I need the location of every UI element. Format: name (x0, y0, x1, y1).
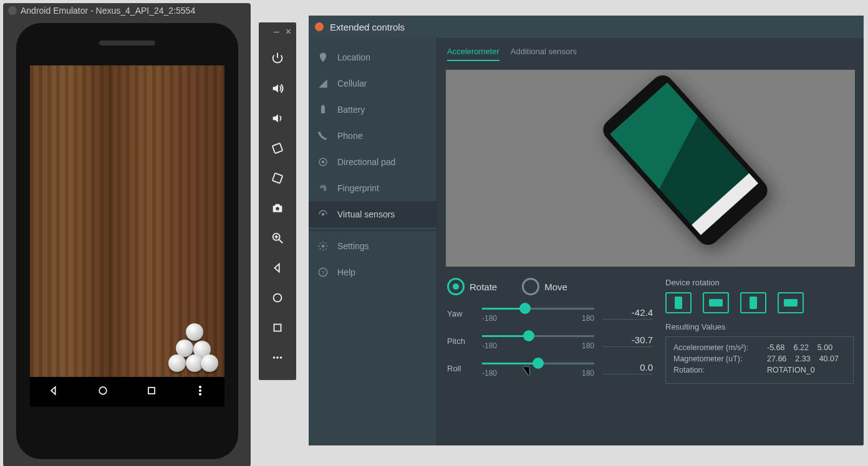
svg-rect-17 (321, 106, 325, 113)
svg-point-22 (322, 245, 325, 248)
help-icon: ? (317, 267, 329, 278)
rotation-portrait-button[interactable] (665, 292, 692, 313)
tab-additional-sensors[interactable]: Additional sensors (511, 47, 577, 61)
android-navbar (30, 377, 224, 407)
minimize-button[interactable]: – (274, 26, 279, 37)
device-speaker (99, 40, 155, 45)
overview-icon[interactable] (259, 313, 296, 343)
sidebar-item-settings[interactable]: Settings (309, 233, 436, 259)
ball (201, 354, 218, 372)
device-screen[interactable] (30, 65, 224, 407)
sidebar-item-dpad[interactable]: Directional pad (309, 149, 436, 175)
accel-y: 6.22 (794, 343, 809, 352)
ext-tabs: Accelerometer Additional sensors (437, 38, 864, 66)
sidebar-item-label: Virtual sensors (337, 209, 395, 219)
nav-back-icon[interactable] (48, 384, 60, 399)
ball (186, 323, 203, 341)
pitch-value[interactable]: -30.7 (603, 335, 653, 347)
yaw-min: -180 (482, 314, 497, 323)
rotation-landscape-left-button[interactable] (703, 292, 729, 313)
sidebar-item-fingerprint[interactable]: Fingerprint (309, 175, 436, 201)
mode-rotate[interactable]: Rotate (447, 278, 497, 295)
volume-up-icon[interactable] (259, 74, 296, 103)
nav-menu-icon[interactable] (194, 384, 206, 399)
dpad-icon (317, 156, 329, 168)
zoom-icon[interactable] (259, 223, 296, 253)
accel-label: Accelerometer (m/s²): (673, 343, 761, 352)
sidebar-item-label: Directional pad (337, 157, 395, 167)
pitch-slider[interactable]: -180 180 (482, 330, 594, 351)
sidebar-item-help[interactable]: ? Help (309, 259, 436, 285)
rotation-value: ROTATION_0 (767, 366, 815, 374)
more-icon[interactable] (259, 343, 296, 373)
device-3d-preview[interactable] (446, 70, 855, 267)
rotation-portrait-reverse-button[interactable] (740, 292, 766, 313)
device-frame (16, 23, 238, 459)
sidebar-item-battery[interactable]: Battery (309, 97, 436, 123)
rotate-left-icon[interactable] (259, 133, 296, 163)
svg-point-16 (280, 356, 282, 359)
rotate-right-icon[interactable] (259, 163, 296, 193)
yaw-label: Yaw (447, 309, 473, 318)
home-icon[interactable] (259, 283, 296, 313)
accel-z: 5.00 (817, 343, 832, 352)
yaw-value[interactable]: -42.4 (603, 307, 653, 320)
svg-point-14 (273, 356, 276, 359)
rotation-landscape-right-button[interactable] (778, 292, 804, 313)
sensors-icon (317, 209, 329, 220)
sidebar-item-label: Phone (337, 131, 362, 141)
svg-point-4 (199, 394, 201, 396)
svg-rect-6 (272, 173, 282, 183)
nav-recent-icon[interactable] (145, 384, 158, 399)
close-button[interactable]: × (286, 26, 291, 37)
emulator-title: Android Emulator - Nexus_4_API_24_2:5554 (21, 3, 195, 18)
close-icon[interactable] (315, 22, 324, 31)
tab-accelerometer[interactable]: Accelerometer (447, 47, 499, 61)
sidebar-item-label: Cellular (337, 78, 367, 88)
mag-z: 40.07 (819, 354, 839, 363)
volume-down-icon[interactable] (259, 103, 296, 133)
mode-selector: Rotate Move (447, 278, 653, 295)
svg-point-2 (199, 386, 201, 388)
sidebar-item-phone[interactable]: Phone (309, 123, 436, 149)
mag-x: 27.66 (767, 354, 786, 363)
emulator-window: Android Emulator - Nexus_4_API_24_2:5554 (3, 3, 251, 466)
sidebar-item-label: Help (337, 267, 355, 277)
yaw-slider[interactable]: -180 180 (482, 303, 594, 324)
nav-home-icon[interactable] (97, 384, 109, 399)
phone-icon (317, 130, 329, 141)
balls-group (150, 323, 218, 373)
sidebar-item-cellular[interactable]: Cellular (309, 70, 436, 97)
emulator-toolbar: – × (259, 22, 296, 380)
ext-sidebar: Location Cellular Battery Phone Directio… (309, 38, 437, 445)
svg-point-3 (199, 390, 201, 392)
cellular-icon (317, 78, 329, 89)
mag-label: Magnetometer (uT): (673, 354, 761, 363)
svg-point-15 (276, 356, 279, 359)
ext-titlebar[interactable]: Extended controls (309, 16, 864, 38)
radio-rotate-icon (447, 278, 465, 295)
power-icon[interactable] (259, 44, 296, 74)
sidebar-item-label: Battery (337, 105, 365, 115)
fingerprint-icon (317, 183, 329, 194)
emulator-titlebar[interactable]: Android Emulator - Nexus_4_API_24_2:5554 (3, 3, 251, 18)
rotation-label: Rotation: (673, 366, 761, 374)
yaw-max: 180 (582, 314, 594, 323)
roll-slider[interactable]: -180 180 (482, 358, 594, 379)
pitch-min: -180 (482, 341, 497, 350)
svg-point-21 (322, 213, 325, 216)
location-icon (317, 52, 329, 63)
sidebar-item-location[interactable]: Location (309, 44, 436, 70)
roll-value[interactable]: 0.0 (603, 362, 653, 374)
svg-rect-13 (274, 325, 281, 331)
ext-main: Accelerometer Additional sensors Rotate (437, 38, 864, 445)
sidebar-item-virtual-sensors[interactable]: Virtual sensors (309, 201, 436, 227)
app-icon (8, 6, 17, 15)
camera-icon[interactable] (259, 193, 296, 223)
sidebar-item-label: Settings (337, 241, 369, 251)
back-icon[interactable] (259, 253, 296, 283)
rotation-buttons (665, 292, 854, 313)
roll-min: -180 (482, 369, 497, 378)
mode-move[interactable]: Move (522, 278, 567, 295)
sidebar-item-label: Fingerprint (337, 183, 379, 193)
